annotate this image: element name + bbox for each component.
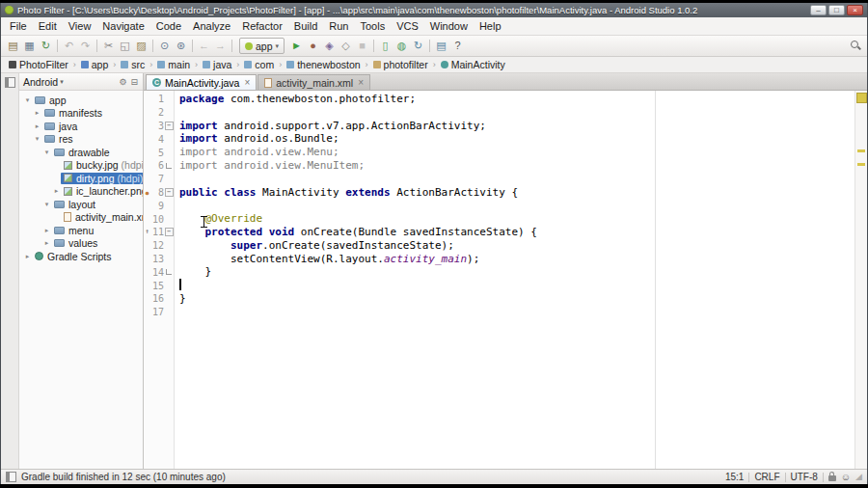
chevron-collapsed-icon[interactable]: ▸: [42, 227, 51, 234]
tree-item-dirty-png[interactable]: dirty.png (hdpi): [19, 172, 143, 185]
code-line-11[interactable]: protected void onCreate(Bundle savedInst…: [179, 226, 854, 239]
code-line-3[interactable]: import android.support.v7.app.ActionBarA…: [179, 120, 854, 133]
breadcrumb-item-thenewboston[interactable]: thenewboston: [285, 59, 362, 70]
menu-analyze[interactable]: Analyze: [187, 19, 236, 33]
menu-refactor[interactable]: Refactor: [236, 19, 288, 33]
chevron-expanded-icon[interactable]: ▾: [42, 149, 51, 156]
code-line-12[interactable]: super.onCreate(savedInstanceState);: [179, 239, 854, 253]
breadcrumb-item-photofilter[interactable]: PhotoFilter: [7, 59, 70, 70]
code-line-1[interactable]: package com.thenewboston.photofilter;: [179, 93, 854, 106]
chevron-expanded-icon[interactable]: ▾: [33, 135, 41, 143]
error-stripe[interactable]: [854, 91, 867, 469]
menu-code[interactable]: Code: [150, 19, 187, 33]
undo-icon[interactable]: ↶: [61, 37, 77, 55]
code-line-16[interactable]: }: [179, 292, 854, 306]
debug-icon[interactable]: ●: [305, 37, 321, 55]
breadcrumb-item-src[interactable]: src: [119, 59, 147, 70]
menu-run[interactable]: Run: [323, 19, 354, 33]
implement-marker-icon[interactable]: ●: [144, 189, 150, 196]
tree-item-layout[interactable]: ▾layout: [19, 198, 143, 211]
menu-tools[interactable]: Tools: [354, 19, 391, 33]
code-line-8[interactable]: public class MainActivity extends Action…: [179, 186, 854, 200]
warning-stripe-mark[interactable]: [857, 163, 865, 166]
code-area[interactable]: package com.thenewboston.photofilter;imp…: [175, 91, 854, 469]
breadcrumb-item-photofilter[interactable]: photofilter: [371, 59, 430, 70]
tree-item-res[interactable]: ▾res: [19, 133, 143, 147]
breadcrumb-item-com[interactable]: com: [242, 59, 276, 70]
fold-collapse-icon[interactable]: −: [164, 188, 174, 197]
menu-window[interactable]: Window: [424, 19, 474, 33]
run-icon[interactable]: ►: [288, 37, 305, 55]
attach-debugger-icon[interactable]: ◇: [338, 37, 354, 55]
open-icon[interactable]: ▤: [5, 37, 21, 55]
tab-mainactivity-java[interactable]: CMainActivity.java×: [146, 74, 257, 90]
chevron-expanded-icon[interactable]: ▾: [23, 96, 32, 104]
toolwindow-toggle-icon[interactable]: [6, 472, 16, 482]
help-icon[interactable]: ?: [449, 37, 466, 55]
warning-stripe-mark[interactable]: [857, 149, 865, 152]
caret-position-widget[interactable]: 15:1: [725, 472, 744, 482]
settings-icon[interactable]: ⚙: [118, 77, 127, 87]
tree-item-manifests[interactable]: ▸manifests: [19, 107, 143, 121]
forward-icon[interactable]: →: [212, 37, 229, 55]
code-line-14[interactable]: }: [179, 265, 854, 279]
gradle-sync-icon[interactable]: ↻: [410, 37, 426, 55]
breadcrumb-item-java[interactable]: java: [201, 59, 233, 70]
search-icon[interactable]: [851, 41, 861, 51]
fold-collapse-icon[interactable]: −: [164, 122, 174, 130]
chevron-expanded-icon[interactable]: ▾: [42, 201, 51, 208]
close-icon[interactable]: ×: [243, 78, 250, 88]
copy-icon[interactable]: ◱: [117, 37, 133, 55]
code-line-2[interactable]: [179, 106, 854, 120]
menu-vcs[interactable]: VCS: [391, 19, 424, 33]
breadcrumb-item-mainactivity[interactable]: MainActivity: [439, 59, 507, 70]
code-line-15[interactable]: [179, 279, 854, 292]
collapse-all-icon[interactable]: ⊟: [129, 77, 139, 87]
inspections-profile-icon[interactable]: ☺: [841, 473, 851, 482]
close-icon[interactable]: ×: [357, 78, 364, 88]
project-structure-icon[interactable]: ▤: [433, 37, 449, 55]
menu-navigate[interactable]: Navigate: [96, 19, 149, 33]
menu-build[interactable]: Build: [288, 19, 323, 33]
close-button[interactable]: ×: [847, 5, 863, 15]
tree-item-app[interactable]: ▾app: [19, 94, 143, 107]
code-line-7[interactable]: [179, 173, 854, 186]
analysis-status-indicator[interactable]: [856, 93, 867, 103]
tree-item-ic-launcher-png[interactable]: ▸ic_launcher.png (4): [19, 185, 143, 199]
save-all-icon[interactable]: ▦: [21, 37, 38, 55]
code-line-6[interactable]: import android.view.MenuItem;: [179, 159, 854, 173]
encoding-widget[interactable]: UTF-8: [791, 472, 818, 482]
chevron-collapsed-icon[interactable]: ▸: [23, 253, 32, 260]
menu-edit[interactable]: Edit: [33, 19, 63, 33]
tree-item-gradle-scripts[interactable]: ▸Gradle Scripts: [19, 250, 143, 263]
menu-help[interactable]: Help: [474, 19, 507, 33]
lock-icon[interactable]: [828, 475, 836, 481]
find-icon[interactable]: ⊙: [156, 37, 173, 55]
tree-item-drawable[interactable]: ▾drawable: [19, 146, 143, 159]
sync-icon[interactable]: ↻: [38, 37, 54, 55]
avd-manager-icon[interactable]: ▯: [377, 37, 393, 55]
coverage-icon[interactable]: ◈: [321, 37, 338, 55]
project-toolwindow-icon[interactable]: [5, 77, 15, 88]
override-marker-icon[interactable]: ↑: [144, 229, 150, 235]
code-line-4[interactable]: import android.os.Bundle;: [179, 132, 854, 146]
code-line-10[interactable]: @Override: [179, 212, 854, 226]
code-line-13[interactable]: setContentView(R.layout.activity_main);: [179, 253, 854, 266]
code-line-5[interactable]: import android.view.Menu;: [179, 146, 854, 159]
run-config-selector[interactable]: app▾: [239, 38, 285, 54]
maximize-button[interactable]: □: [828, 5, 845, 15]
back-icon[interactable]: ←: [196, 37, 212, 55]
chevron-collapsed-icon[interactable]: ▸: [52, 187, 61, 195]
tree-item-menu[interactable]: ▸menu: [19, 224, 143, 237]
editor[interactable]: 123−4567●8−910↑11−121314151617 package c…: [144, 91, 867, 469]
menu-view[interactable]: View: [63, 19, 97, 33]
code-line-9[interactable]: [179, 199, 854, 212]
title-bar[interactable]: Photo Filter - [C:\Users\Bucky\Desktop\A…: [1, 3, 867, 17]
replace-icon[interactable]: ⊛: [173, 37, 189, 55]
paste-icon[interactable]: ▨: [133, 37, 149, 55]
breadcrumb-item-main[interactable]: main: [155, 59, 192, 70]
fold-collapse-icon[interactable]: −: [164, 228, 174, 236]
tree-item-values[interactable]: ▸values: [19, 237, 143, 251]
chevron-collapsed-icon[interactable]: ▸: [33, 109, 41, 117]
tree-item-java[interactable]: ▸java: [19, 120, 143, 133]
